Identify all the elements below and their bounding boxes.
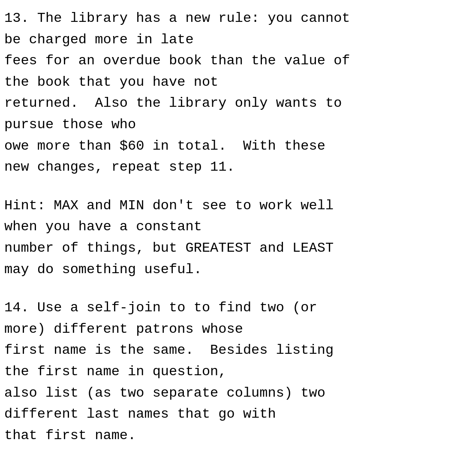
paragraph-14: 14. Use a self-join to to find two (or m… <box>4 297 459 446</box>
paragraph-hint: Hint: MAX and MIN don't see to work well… <box>4 195 459 280</box>
paragraph-hint-text: Hint: MAX and MIN don't see to work well… <box>4 198 334 277</box>
paragraph-14-text: 14. Use a self-join to to find two (or m… <box>4 300 334 443</box>
main-content: 13. The library has a new rule: you cann… <box>4 8 459 446</box>
paragraph-13: 13. The library has a new rule: you cann… <box>4 8 459 178</box>
paragraph-13-text: 13. The library has a new rule: you cann… <box>4 10 350 175</box>
